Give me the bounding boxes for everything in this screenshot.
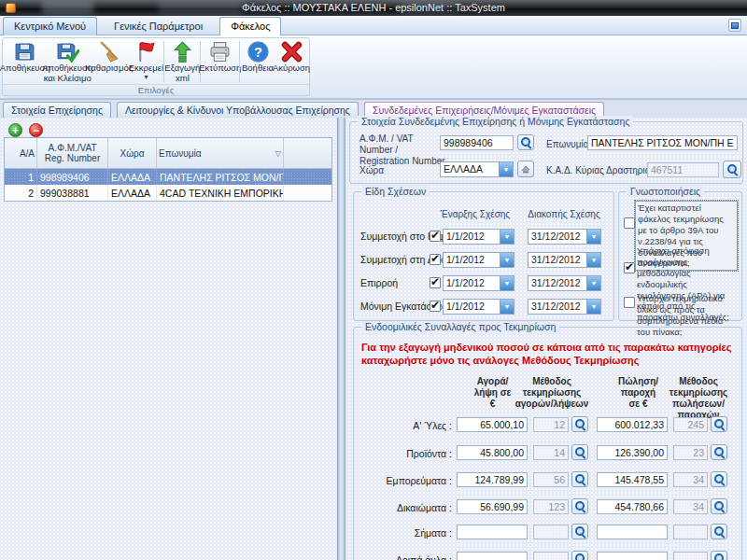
buy-method-search-button[interactable] (571, 524, 588, 539)
buy-method-search-button[interactable] (571, 416, 588, 432)
col-header-name[interactable]: Επωνυμία▽ (157, 138, 284, 168)
buy-amount-input[interactable] (457, 445, 528, 460)
date-value: 31/12/2012 (529, 253, 586, 267)
sell-method-input[interactable] (673, 552, 708, 560)
sell-amount-input[interactable] (597, 525, 668, 539)
magnifier-icon (575, 501, 585, 511)
notification-checkbox[interactable] (624, 262, 635, 273)
sell-amount-input[interactable] (597, 445, 668, 460)
print-button[interactable]: Εκτύπωση (202, 39, 238, 84)
buy-method-input[interactable] (533, 417, 569, 432)
buy-amount-input[interactable] (457, 472, 528, 487)
relation-start-header: Έναρξης Σχέσης (435, 209, 515, 219)
buy-method-input[interactable] (533, 525, 569, 539)
name-input[interactable] (587, 135, 738, 150)
col-header-vat[interactable]: Α.Φ.Μ./VAT Reg. Number (37, 138, 108, 168)
sell-method-search-button[interactable] (711, 416, 727, 432)
group-title: Ενδοομιλικές Συναλλαγές προς Τεκμηρίωση (361, 321, 559, 332)
sell-amount-input[interactable] (597, 552, 668, 560)
button-label: Καθαρισμός (85, 63, 133, 74)
subtab-company-info[interactable]: Στοιχεία Επιχείρησης (3, 102, 111, 119)
export-xml-button[interactable]: Εξαγωγή xml (165, 39, 199, 84)
sell-method-search-button[interactable] (711, 551, 727, 560)
buy-method-search-button[interactable] (571, 498, 588, 514)
col-header-num[interactable]: Α/Α (5, 138, 37, 168)
buy-method-input[interactable] (533, 445, 569, 460)
relation-checkbox[interactable] (430, 277, 441, 288)
notification-checkbox[interactable] (624, 217, 635, 229)
transaction-label: Α' Ύλες : (354, 420, 452, 431)
sell-method-search-button[interactable] (711, 524, 727, 539)
buy-amount-input[interactable] (457, 525, 528, 539)
country-combobox[interactable]: ΕΛΛΑΔΑ ▼ (440, 161, 514, 177)
table-row[interactable]: 1 998989406 ΕΛΛΑΔΑ ΠΑΝΤΕΛΗΣ ΡΙΤΣΟΣ ΜΟΝ/Π… (5, 169, 331, 185)
magnifier-icon (575, 447, 585, 457)
relation-end-date[interactable]: 31/12/2012▼ (528, 275, 601, 291)
buy-method-search-button[interactable] (571, 444, 588, 460)
save-close-button[interactable]: Αποθήκευση και Κλείσιμο (46, 39, 88, 84)
add-row-button[interactable]: + (8, 123, 22, 137)
relation-end-date[interactable]: 31/12/2012▼ (528, 252, 601, 268)
cell-num: 1 (5, 169, 37, 185)
relation-start-date[interactable]: 1/1/2012▼ (443, 252, 514, 268)
vat-input[interactable] (440, 135, 514, 150)
buy-method-input[interactable] (533, 499, 569, 514)
sell-amount-input[interactable] (597, 499, 668, 514)
table-row[interactable]: 2 999038881 ΕΛΛΑΔΑ 4CAD ΤΕΧΝΙΚΗ ΕΜΠΟΡΙΚΗ… (5, 185, 331, 201)
buy-amount-input[interactable] (457, 552, 528, 560)
country-clear-button[interactable] (517, 161, 534, 177)
tab-central-menu[interactable]: Κεντρικό Μενού (3, 17, 97, 35)
relation-end-date[interactable]: 31/12/2012▼ (528, 299, 601, 315)
relation-end-date[interactable]: 31/12/2012▼ (528, 229, 601, 245)
sell-method-input[interactable] (673, 445, 708, 460)
sell-method-search-button[interactable] (711, 471, 727, 487)
notification-checkbox[interactable] (624, 297, 635, 308)
subtab-functions-risks[interactable]: Λειτουργίες & Κίνδυνοι Υποβάλλουσας Επιχ… (117, 102, 359, 119)
cancel-button[interactable]: Ακύρωση (275, 39, 308, 84)
relation-start-date[interactable]: 1/1/2012▼ (443, 299, 514, 315)
pending-button[interactable]: Εκκρεμεί ▼ (129, 39, 162, 84)
date-value: 1/1/2012 (444, 253, 500, 267)
sell-method-search-button[interactable] (711, 498, 727, 514)
relation-start-date[interactable]: 1/1/2012▼ (443, 229, 514, 245)
relation-checkbox[interactable] (430, 301, 441, 312)
tab-general-params[interactable]: Γενικές Παράμετροι (103, 17, 214, 35)
save-button[interactable]: Αποθήκευση (4, 39, 46, 84)
col-header-country[interactable]: Χώρα (108, 138, 157, 168)
sort-descending-icon: ▽ (275, 149, 281, 158)
kad-search-button[interactable] (723, 161, 741, 178)
ribbon-corner-button[interactable] (728, 19, 741, 32)
sell-method-input[interactable] (673, 417, 708, 432)
relation-start-date[interactable]: 1/1/2012▼ (443, 275, 514, 291)
date-value: 1/1/2012 (444, 276, 500, 290)
sub-tabstrip: Στοιχεία Επιχείρησης Λειτουργίες & Κίνδυ… (0, 99, 747, 118)
buy-method-input[interactable] (533, 472, 569, 487)
buy-method-search-button[interactable] (571, 471, 588, 487)
kad-input[interactable] (647, 162, 719, 177)
panel-splitter[interactable] (337, 118, 345, 560)
relation-checkbox[interactable] (430, 254, 441, 265)
buy-amount-input[interactable] (457, 499, 528, 514)
buy-amount-input[interactable] (457, 417, 528, 432)
button-label: Εξαγωγή xml (164, 63, 200, 83)
vat-search-button[interactable] (517, 134, 534, 150)
buy-method-search-button[interactable] (571, 551, 588, 560)
sell-method-input[interactable] (673, 499, 708, 514)
clear-button[interactable]: Καθαρισμός (89, 39, 129, 84)
tab-folder[interactable]: Φάκελος (219, 17, 281, 35)
sell-method-search-button[interactable] (711, 444, 727, 460)
remove-row-button[interactable]: − (29, 123, 43, 137)
sell-amount-input[interactable] (597, 472, 668, 487)
transaction-row: Λοιπά άυλα : (354, 552, 741, 560)
group-notifications: Γνωστοποιήσεις Έχει καταρτιστεί φάκελος … (618, 191, 742, 321)
buy-method-input[interactable] (533, 552, 569, 560)
cell-name: ΠΑΝΤΕΛΗΣ ΡΙΤΣΟΣ ΜΟΝ/ΠΗ Ε.Π.Ε. (157, 169, 284, 185)
help-button[interactable]: ? Βοήθεια (241, 39, 275, 84)
sell-method-input[interactable] (673, 525, 708, 539)
print-icon (208, 40, 232, 63)
relation-checkbox[interactable] (430, 231, 441, 242)
relation-row: Επιρροή 1/1/2012▼ 31/12/2012▼ (354, 274, 613, 291)
sell-method-input[interactable] (673, 472, 708, 487)
dropdown-arrow-icon: ▼ (143, 74, 149, 80)
sell-amount-input[interactable] (597, 417, 668, 432)
